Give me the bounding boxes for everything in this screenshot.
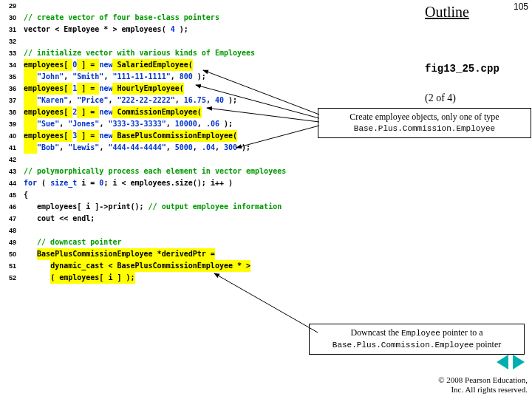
code-token: 10000: [175, 118, 197, 130]
line-number: 52: [0, 272, 24, 284]
code-line: 36employees[ 1 ] = new HourlyEmployee(: [0, 83, 332, 95]
copyright: © 2008 Pearson Education,Inc. All rights…: [438, 375, 528, 395]
code-token: employees[: [24, 59, 72, 71]
code-token: ,: [171, 71, 180, 83]
code-line: 40employees[ 3 ] = new BasePlusCommissio…: [0, 130, 332, 142]
code-line: 38employees[ 2 ] = new CommissionEmploye…: [0, 106, 332, 118]
code-token: ,: [59, 142, 68, 154]
code-token: i =: [77, 177, 99, 189]
line-number: 41: [0, 142, 24, 154]
code-token: {: [24, 189, 28, 201]
code-token: // downcast pointer: [37, 236, 121, 248]
code-content: employees[ 1 ] = new HourlyEmployee(: [24, 83, 184, 95]
code-content: ( employees[ i ] );: [24, 272, 135, 284]
code-token: "111-11-1111": [112, 71, 170, 83]
code-line: 32: [0, 35, 332, 47]
code-token: ] =: [77, 130, 99, 142]
code-content: // polymorphically process each element …: [24, 166, 286, 177]
code-token: ,: [197, 118, 206, 130]
line-number: 50: [0, 248, 24, 260]
code-token: .06: [206, 118, 219, 130]
code-token: ; i < employees.size(); i++ ): [103, 177, 233, 189]
callout-create-employees: Create employee objects, only one of typ…: [318, 108, 531, 138]
code-token: new: [99, 106, 112, 118]
code-content: "John", "Smith", "111-11-1111", 800 );: [24, 71, 206, 83]
code-token: "Karen": [37, 95, 68, 106]
code-token: HourlyEmployee(: [112, 83, 183, 95]
code-token: ( employees[ i ] );: [50, 272, 134, 284]
code-token: "Price": [77, 95, 108, 106]
line-number: 35: [0, 71, 24, 83]
code-token: // output employee information: [149, 201, 282, 213]
code-token: employees[: [24, 130, 72, 142]
code-token: for: [24, 177, 37, 189]
code-token: cout << endl;: [24, 213, 95, 225]
code-line: 35 "John", "Smith", "111-11-1111", 800 )…: [0, 71, 332, 83]
code-line: 44for ( size_t i = 0; i < employees.size…: [0, 177, 332, 189]
code-line: 29: [0, 0, 332, 12]
code-token: ] =: [77, 83, 99, 95]
callout-text: pointer: [476, 339, 501, 349]
code-listing: 2930// create vector of four base-class …: [0, 0, 332, 284]
nav-buttons: [497, 355, 525, 369]
code-content: "Bob", "Lewis", "444-44-4444", 5000, .04…: [24, 142, 250, 154]
line-number: 36: [0, 83, 24, 95]
code-token: "Lewis": [68, 142, 99, 154]
code-content: employees[ 2 ] = new CommissionEmployee(: [24, 106, 202, 118]
code-content: "Karen", "Price", "222-22-2222", 16.75, …: [24, 95, 237, 106]
code-content: vector < Employee * > employees( 4 );: [24, 24, 188, 35]
code-token: ,: [206, 95, 215, 106]
code-token: ,: [99, 142, 108, 154]
outline-title: Outline: [425, 4, 469, 21]
line-number: 49: [0, 236, 24, 248]
code-token: "333-33-3333": [108, 118, 166, 130]
line-number: 46: [0, 201, 24, 213]
callout-type-name: Base.Plus.Commission.Employee: [354, 124, 495, 133]
code-line: 43// polymorphically process each elemen…: [0, 166, 332, 177]
code-token: "Smith": [72, 71, 103, 83]
code-token: [24, 248, 37, 260]
code-token: );: [224, 95, 237, 106]
callout-downcast: Downcast the Employee pointer to a Base.…: [309, 324, 525, 355]
callout-type-name: Base.Plus.Commission.Employee: [332, 341, 474, 349]
code-line: 50 BasePlusCommissionEmployee *derivedPt…: [0, 248, 332, 260]
callout-text: Create employee objects, only one of typ…: [349, 112, 499, 122]
code-token: "Jones": [68, 118, 99, 130]
code-token: CommissionEmployee(: [112, 106, 201, 118]
code-token: ,: [166, 118, 175, 130]
code-content: // downcast pointer: [24, 236, 121, 248]
code-content: {: [24, 189, 28, 201]
prev-slide-button[interactable]: [497, 355, 508, 369]
code-line: 39 "Sue", "Jones", "333-33-3333", 10000,…: [0, 118, 332, 130]
code-line: 37 "Karen", "Price", "222-22-2222", 16.7…: [0, 95, 332, 106]
code-token: employees[ i ]->print();: [24, 201, 149, 213]
code-token: ,: [193, 142, 202, 154]
callout-type-name: Employee: [401, 329, 440, 338]
line-number: 37: [0, 95, 24, 106]
filename-label: fig13_25.cpp: [425, 63, 499, 75]
code-token: ,: [103, 71, 112, 83]
line-number: 33: [0, 47, 24, 59]
line-number: 42: [0, 154, 24, 166]
code-token: [24, 236, 37, 248]
code-token: [24, 260, 50, 272]
next-slide-button[interactable]: [513, 355, 525, 369]
code-token: [24, 272, 50, 284]
code-content: // create vector of four base-class poin…: [24, 12, 219, 24]
code-token: "444-44-4444": [108, 142, 166, 154]
code-token: dynamic_cast < BasePlusCommissionEmploye…: [50, 260, 250, 272]
code-token: ,: [215, 142, 224, 154]
code-token: employees[: [24, 106, 72, 118]
code-token: ] =: [77, 106, 99, 118]
code-token: vector < Employee * > employees(: [24, 24, 171, 35]
code-token: "222-22-2222": [117, 95, 174, 106]
code-content: BasePlusCommissionEmployee *derivedPtr =: [24, 248, 215, 260]
line-number: 40: [0, 130, 24, 142]
code-token: // create vector of four base-class poin…: [24, 12, 219, 24]
code-line: 34employees[ 0 ] = new SalariedEmployee(: [0, 59, 332, 71]
callout-text: pointer to a: [443, 327, 483, 338]
code-token: "Sue": [37, 118, 59, 130]
code-token: ,: [64, 71, 72, 83]
code-token: employees[: [24, 83, 72, 95]
code-token: ,: [166, 142, 175, 154]
